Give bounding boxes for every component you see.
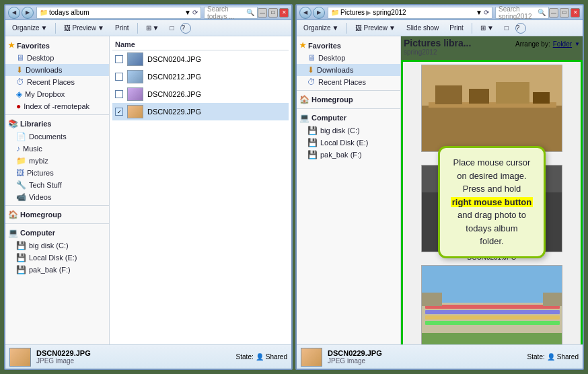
minimize-button[interactable]: — (258, 8, 267, 17)
sidebar-item-techstuff[interactable]: 🔧 Tech Stuff (5, 179, 109, 191)
folder-icon: 📁 (40, 9, 48, 16)
techstuff-icon: 🔧 (16, 180, 26, 190)
sidebar-item-dropbox[interactable]: ◈ My Dropbox (5, 88, 109, 100)
file-item-3[interactable]: ✓ DSCN0229.JPG (112, 103, 289, 120)
help-button[interactable]: ? (180, 23, 191, 34)
sidebar-item-desktop[interactable]: 🖥 Desktop (5, 52, 109, 64)
search-icon[interactable]: 🔍 (246, 9, 254, 16)
right-minimize-button[interactable]: — (549, 8, 558, 17)
libraries-header[interactable]: 📚 Libraries (5, 117, 109, 130)
right-refresh-icon[interactable]: ⟳ (484, 9, 489, 16)
right-state-label: State: (527, 353, 545, 361)
favorites-header[interactable]: ★ Favorites (5, 39, 109, 52)
sidebar-item-downloads[interactable]: ⬇ Downloads (5, 64, 109, 76)
sidebar-item-pictures[interactable]: 🖼 Pictures (5, 167, 109, 179)
left-address-bar[interactable]: 📁 todays album ▼ ⟳ (36, 7, 201, 19)
sidebar-item-videos[interactable]: 📹 Videos (5, 191, 109, 203)
recent-icon: ⏱ (16, 77, 24, 87)
organize-button[interactable]: Organize ▼ (8, 22, 51, 35)
svg-rect-13 (501, 231, 509, 250)
right-view-button[interactable]: ⊞ ▼ (476, 22, 498, 35)
arrange-value[interactable]: Folder (553, 40, 572, 48)
downloads-icon: ⬇ (16, 65, 23, 75)
sidebar-item-recent[interactable]: ⏱ Recent Places (5, 76, 109, 88)
address-part2: spring2012 (373, 9, 406, 16)
computer-header[interactable]: 💻 Computer (5, 226, 109, 239)
close-button[interactable]: ✕ (279, 8, 289, 17)
photo-item-0[interactable]: DSCN0230.JPG (406, 65, 578, 161)
right-pane-button[interactable]: □ (501, 22, 513, 35)
disk3-icon: 💾 (16, 265, 26, 274)
view-button[interactable]: ⊞ ▼ (142, 22, 163, 35)
photo-item-1[interactable]: DSCN0231.JPG (406, 165, 578, 261)
right-disk2-icon: 💾 (307, 138, 318, 147)
right-sidebar-recent[interactable]: ⏱ Recent Places (297, 76, 400, 88)
right-sidebar-bigdisk[interactable]: 💾 big disk (C:) (297, 124, 400, 137)
forward-button[interactable]: ▶ (22, 7, 34, 19)
sidebar-item-localdisk[interactable]: 💾 Local Disk (E:) (5, 252, 109, 264)
left-search-box[interactable]: Search todays ... 🔍 (204, 7, 258, 19)
right-search-box[interactable]: Search spring2012 🔍 (495, 7, 549, 19)
sidebar-item-bigdisk[interactable]: 💾 big disk (C:) (5, 239, 109, 252)
pane-button[interactable]: □ (166, 22, 178, 35)
right-address-dropdown[interactable]: ▼ (476, 9, 482, 16)
left-toolbar: Organize ▼ 🖼 Preview ▼ Print ⊞ ▼ □ ? (5, 20, 291, 36)
right-divider-2 (297, 108, 400, 109)
maximize-button[interactable]: □ (268, 8, 278, 17)
right-print-button[interactable]: Print (445, 22, 468, 35)
right-sidebar-pakbak[interactable]: 💾 pak_bak (F:) (297, 149, 400, 161)
computer-section: 💻 Computer 💾 big disk (C:) 💾 Local Disk … (5, 226, 109, 276)
homegroup-header[interactable]: 🏠 Homegroup (5, 208, 109, 221)
right-slideshow-button[interactable]: Slide show (402, 22, 443, 35)
videos-icon: 📹 (16, 192, 26, 202)
right-sidebar-downloads[interactable]: ⬇ Downloads (297, 64, 400, 76)
right-preview-button[interactable]: 🖼 Preview ▼ (351, 22, 399, 35)
right-organize-button[interactable]: Organize ▼ (299, 22, 342, 35)
name-column-header: Name (115, 40, 135, 48)
preview-button[interactable]: 🖼 Preview ▼ (60, 22, 108, 35)
right-sidebar-localdisk[interactable]: 💾 Local Disk (E:) (297, 137, 400, 149)
sidebar-item-music[interactable]: ♪ Music (5, 143, 109, 155)
svg-rect-6 (533, 92, 550, 104)
svg-rect-23 (422, 293, 442, 306)
right-disk-icon: 💾 (307, 126, 318, 135)
sidebar-item-index[interactable]: ● Index of -remotepak (5, 100, 109, 112)
back-button[interactable]: ◀ (8, 7, 20, 19)
right-sidebar-desktop[interactable]: 🖥 Desktop (297, 52, 400, 64)
right-divider-1 (297, 90, 400, 91)
checkbox-3[interactable]: ✓ (115, 108, 123, 116)
checkbox-2[interactable] (115, 90, 123, 98)
print-button[interactable]: Print (111, 22, 133, 35)
photo-img-1 (421, 165, 562, 252)
right-computer-icon: 💻 (299, 113, 309, 122)
lib-sub: spring2012 (404, 48, 471, 56)
right-computer-header[interactable]: 💻 Computer (297, 111, 400, 124)
right-forward-button[interactable]: ▶ (313, 7, 325, 19)
sidebar-item-documents[interactable]: 📄 Documents (5, 130, 109, 143)
right-help-button[interactable]: ? (515, 23, 526, 34)
right-status-filetype: JPEG image (328, 357, 382, 365)
address-text: todays album (49, 9, 89, 16)
file-item-0[interactable]: DSCN0204.JPG (112, 50, 289, 68)
right-close-button[interactable]: ✕ (571, 8, 580, 17)
right-toolbar-sep-2 (472, 23, 472, 34)
sidebar-item-pakbak[interactable]: 💾 pak_bak (F:) (5, 264, 109, 276)
right-desktop-icon: 🖥 (307, 53, 316, 63)
file-item-2[interactable]: DSCN0226.JPG (112, 85, 289, 103)
right-homegroup-header[interactable]: 🏠 Homegroup (297, 93, 400, 106)
file-item-1[interactable]: DSCN0212.JPG (112, 68, 289, 85)
arrange-label: Arrange by: (515, 40, 550, 48)
right-maximize-button[interactable]: □ (560, 8, 569, 17)
sidebar-item-mybiz[interactable]: 📁 mybiz (5, 155, 109, 167)
checkbox-1[interactable] (115, 73, 123, 81)
right-address-bar[interactable]: 📁 Pictures ▶ spring2012 ▼ ⟳ (328, 7, 492, 19)
address-dropdown[interactable]: ▼ (184, 9, 191, 16)
arrange-dropdown-icon[interactable]: ▼ (575, 41, 580, 47)
refresh-icon[interactable]: ⟳ (192, 9, 198, 16)
photo-item-2[interactable]: DSCN0232.JPG (406, 265, 578, 344)
right-search-icon[interactable]: 🔍 (538, 9, 546, 16)
right-search-placeholder: Search spring2012 (499, 5, 538, 20)
right-favorites-header[interactable]: ★ Favorites (297, 39, 400, 52)
right-back-button[interactable]: ◀ (299, 7, 311, 19)
checkbox-0[interactable] (115, 55, 123, 63)
